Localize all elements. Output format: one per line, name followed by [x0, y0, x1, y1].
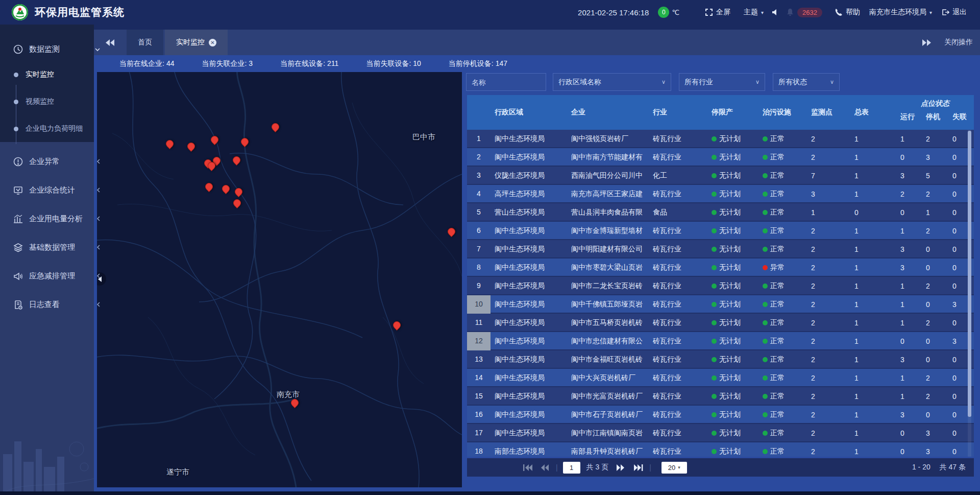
sidebar-item-video-monitor[interactable]: 视频监控 — [0, 91, 94, 112]
table-row[interactable]: 13 阆中生态环境局 阆中市金福旺页岩机砖 砖瓦行业 无计划 正常 2 1 3 … — [467, 350, 974, 369]
table-row[interactable]: 5 营山生态环境局 营山县润丰肉食品有限 食品 无计划 正常 1 0 0 1 0 — [467, 203, 974, 222]
table-row[interactable]: 6 阆中生态环境局 阆中市金博瑞新型墙材 砖瓦行业 无计划 正常 2 1 1 2… — [467, 222, 974, 240]
range-summary: 1 - 20 共 47 条 — [905, 463, 974, 472]
col-meter: 总表 — [850, 95, 896, 130]
table-row[interactable]: 2 阆中生态环境局 阆中市南方节能建材有 砖瓦行业 无计划 正常 2 1 0 3… — [467, 148, 974, 167]
log-document-icon — [13, 300, 23, 310]
row-meter: 1 — [850, 227, 896, 235]
chevron-left-icon[interactable] — [95, 272, 102, 279]
sidebar-item-log-view[interactable]: 日志查看 — [0, 294, 94, 315]
status-select[interactable]: 所有状态∨ — [773, 73, 840, 91]
status-dot — [763, 192, 768, 197]
map-panel[interactable]: 巴中市南充市遂宁市 — [97, 72, 462, 487]
status-dot — [763, 173, 768, 178]
close-icon[interactable]: ✕ — [209, 39, 216, 46]
chevron-left-icon[interactable] — [95, 244, 102, 251]
sound-button[interactable] — [772, 8, 780, 16]
status-dot — [763, 320, 768, 325]
row-restrict: 无计划 — [707, 171, 758, 180]
notification-button[interactable]: 2632 — [786, 8, 822, 17]
sidebar-item-company-abnormal[interactable]: 企业异常 — [0, 151, 94, 172]
org-dropdown[interactable]: 南充市生态环境局▾ — [869, 8, 932, 17]
page-title: 环保用电监管系统 — [35, 5, 125, 19]
row-index-cell: 10 — [467, 295, 491, 314]
table-row[interactable]: 12 阆中生态环境局 阆中市忠信建材有限公 砖瓦行业 无计划 正常 2 1 0 … — [467, 332, 974, 350]
page-size-select[interactable]: 20▾ — [662, 462, 687, 474]
map-city-label: 南充市 — [277, 390, 300, 399]
industry-select[interactable]: 所有行业∨ — [679, 73, 765, 91]
row-company: 阆中明阳建材有限公司 — [567, 245, 649, 254]
sidebar-item-power-load-detail[interactable]: 企业电力负荷明细 — [0, 119, 94, 139]
table-row[interactable]: 3 仪陇生态环境局 西南油气田分公司川中 化工 无计划 正常 7 1 3 5 0 — [467, 167, 974, 185]
sidebar-item-company-statistics[interactable]: 企业综合统计 — [0, 180, 94, 200]
last-page-button[interactable] — [634, 464, 644, 471]
close-operations-button[interactable]: 关闭操作 — [944, 38, 973, 47]
next-page-button[interactable] — [617, 464, 627, 471]
row-industry: 砖瓦行业 — [649, 190, 707, 199]
row-monitor: 2 — [807, 392, 850, 400]
name-search-input[interactable] — [466, 73, 546, 91]
sidebar-item-power-analysis[interactable]: 企业用电量分析 — [0, 208, 94, 229]
row-run: 0 — [896, 153, 922, 161]
row-region: 南部生态环境局 — [491, 447, 567, 456]
row-facility: 正常 — [758, 337, 807, 346]
row-company: 阆中市金博瑞新型墙材 — [567, 226, 649, 235]
row-meter: 1 — [850, 190, 896, 198]
row-index-cell: 11 — [467, 314, 491, 332]
tab-realtime-monitor[interactable]: 实时监控 ✕ — [165, 30, 228, 55]
row-industry: 砖瓦行业 — [649, 318, 707, 327]
page-number-input[interactable] — [563, 462, 580, 474]
row-company: 阆中市南方节能建材有 — [567, 153, 649, 162]
row-stop: 0 — [922, 411, 948, 419]
double-chevron-right-icon[interactable] — [922, 39, 931, 46]
table-row[interactable]: 8 阆中生态环境局 阆中市枣碧大梁山页岩 砖瓦行业 无计划 异常 2 1 3 0… — [467, 258, 974, 277]
chevron-left-icon[interactable] — [95, 301, 102, 308]
row-industry: 砖瓦行业 — [649, 245, 707, 254]
status-dot-green — [712, 449, 717, 454]
row-stop: 5 — [922, 172, 948, 180]
table-row[interactable]: 15 阆中生态环境局 阆中市光富页岩机砖厂 砖瓦行业 无计划 正常 2 1 1 … — [467, 387, 974, 406]
table-row[interactable]: 11 阆中生态环境局 阆中市五马桥页岩机砖 砖瓦行业 无计划 正常 2 1 1 … — [467, 314, 974, 332]
chevron-down-icon[interactable] — [94, 46, 101, 53]
row-run: 1 — [896, 319, 922, 327]
row-company: 阆中市石子页岩机砖厂 — [567, 410, 649, 419]
scrollbar-thumb[interactable] — [968, 131, 971, 417]
first-page-button[interactable] — [523, 464, 533, 471]
table-row[interactable]: 7 阆中生态环境局 阆中明阳建材有限公司 砖瓦行业 无计划 正常 2 1 3 0… — [467, 240, 974, 258]
table-scrollbar[interactable] — [968, 130, 971, 457]
row-region: 阆中生态环境局 — [491, 373, 567, 383]
col-company: 企业 — [567, 95, 649, 130]
tab-home[interactable]: 首页 — [127, 30, 163, 55]
sidebar-item-data-monitoring[interactable]: 数据监测 — [0, 39, 94, 59]
row-meter: 1 — [850, 300, 896, 309]
row-monitor: 2 — [807, 411, 850, 419]
table-row[interactable]: 10 阆中生态环境局 阆中千佛镇五郎垭页岩 砖瓦行业 无计划 正常 2 1 1 … — [467, 295, 974, 314]
region-select[interactable]: 行政区域名称∨ — [553, 73, 671, 91]
sidebar-item-realtime-monitor[interactable]: 实时监控 — [0, 64, 94, 85]
row-facility: 正常 — [758, 190, 807, 199]
table-row[interactable]: 17 阆中生态环境局 阆中市江南镇阆南页岩 砖瓦行业 无计划 正常 2 1 0 … — [467, 424, 974, 442]
sidebar-item-base-data[interactable]: 基础数据管理 — [0, 237, 94, 257]
table-row[interactable]: 14 阆中生态环境局 阆中大兴页岩机砖厂 砖瓦行业 无计划 正常 2 1 1 2… — [467, 369, 974, 387]
fullscreen-button[interactable]: 全屏 — [705, 8, 730, 17]
prev-page-button[interactable] — [541, 464, 551, 471]
table-row[interactable]: 9 阆中生态环境局 阆中市二龙长宝页岩砖 砖瓦行业 无计划 正常 2 1 1 2… — [467, 277, 974, 295]
help-button[interactable]: 帮助 — [835, 8, 860, 17]
chevron-left-icon[interactable] — [95, 158, 102, 165]
total-label: 共 47 条 — [940, 463, 966, 471]
row-company: 阆中市二龙长宝页岩砖 — [567, 281, 649, 291]
col-facility: 治污设施 — [758, 95, 807, 130]
divider: | — [649, 463, 651, 472]
table-row[interactable]: 18 南部生态环境局 南部县升钟页岩机砖厂 砖瓦行业 无计划 正常 2 1 0 … — [467, 442, 974, 457]
theme-dropdown[interactable]: 主题▾ — [744, 8, 764, 17]
sidebar-item-emergency-reduction[interactable]: 应急减排管理 — [0, 266, 94, 286]
table-row[interactable]: 16 阆中生态环境局 阆中市石子页岩机砖厂 砖瓦行业 无计划 正常 2 1 3 … — [467, 406, 974, 424]
row-meter: 1 — [850, 356, 896, 364]
row-stop: 2 — [922, 374, 948, 382]
logout-button[interactable]: 退出 — [941, 8, 967, 17]
table-row[interactable]: 1 阆中生态环境局 阆中强锐页岩砖厂 砖瓦行业 无计划 正常 2 1 1 2 0 — [467, 130, 974, 148]
chevron-left-icon[interactable] — [95, 186, 102, 194]
chevron-left-icon[interactable] — [95, 215, 102, 222]
main-content: 当前在线企业:44 当前失联企业:3 当前在线设备:211 当前失联设备:10 … — [94, 55, 980, 495]
table-row[interactable]: 4 高坪生态环境局 南充市高坪区王家店建 砖瓦行业 无计划 正常 3 1 2 2… — [467, 185, 974, 203]
